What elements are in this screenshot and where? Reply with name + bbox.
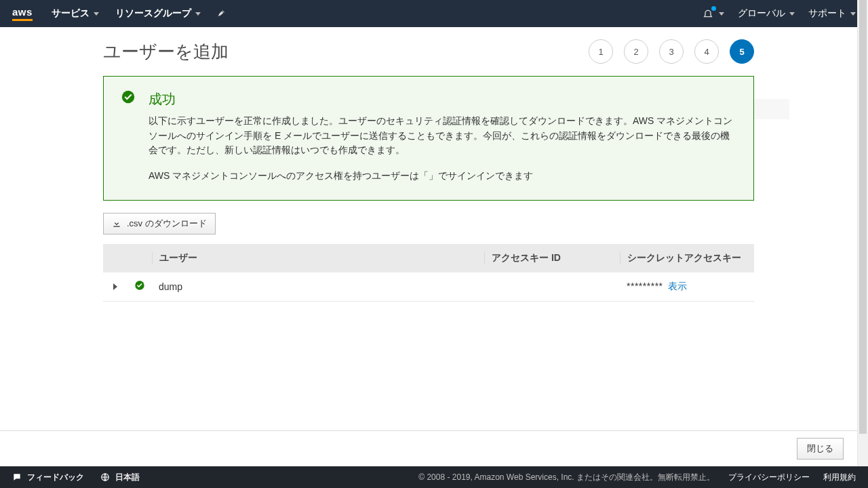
success-check-icon bbox=[121, 90, 135, 106]
speech-bubble-icon bbox=[12, 472, 22, 482]
nav-services[interactable]: サービス bbox=[52, 7, 99, 20]
support-dropdown[interactable]: サポート bbox=[808, 7, 856, 20]
nav-resource-groups[interactable]: リソースグループ bbox=[115, 7, 201, 20]
feedback-link[interactable]: フィードバック bbox=[12, 472, 84, 483]
region-label: グローバル bbox=[738, 7, 785, 20]
aws-logo[interactable]: aws bbox=[12, 6, 33, 21]
feedback-label: フィードバック bbox=[27, 472, 84, 483]
step-1[interactable]: 1 bbox=[589, 39, 613, 64]
col-access-key-id: アクセスキー ID bbox=[484, 252, 620, 264]
close-button[interactable]: 閉じる bbox=[797, 438, 844, 460]
caret-right-icon bbox=[113, 283, 117, 290]
success-title: 成功 bbox=[149, 90, 737, 108]
privacy-link[interactable]: プライバシーポリシー bbox=[728, 472, 810, 483]
success-body-2: AWS マネジメントコンソールへのアクセス権を持つユーザーは「」でサインインでき… bbox=[149, 169, 737, 184]
copyright: © 2008 - 2019, Amazon Web Services, Inc.… bbox=[418, 472, 715, 483]
download-icon bbox=[112, 219, 121, 228]
step-indicator: 1 2 3 4 5 bbox=[589, 39, 754, 64]
step-5[interactable]: 5 bbox=[730, 39, 754, 64]
language-selector[interactable]: 日本語 bbox=[100, 472, 140, 483]
row-user: dump bbox=[152, 281, 484, 292]
global-footer: フィードバック 日本語 © 2008 - 2019, Amazon Web Se… bbox=[0, 466, 868, 488]
show-secret-link[interactable]: 表示 bbox=[668, 281, 687, 291]
col-user: ユーザー bbox=[152, 252, 484, 264]
caret-down-icon bbox=[850, 12, 856, 16]
download-csv-button[interactable]: .csv のダウンロード bbox=[103, 213, 216, 235]
notifications[interactable] bbox=[703, 8, 724, 19]
row-status-icon bbox=[127, 280, 152, 293]
download-csv-label: .csv のダウンロード bbox=[127, 218, 207, 230]
language-label: 日本語 bbox=[115, 472, 140, 483]
row-secret-mask: ********* bbox=[627, 281, 663, 291]
table-row: dump ********* 表示 bbox=[103, 272, 754, 301]
global-header: aws サービス リソースグループ グローバル サポート bbox=[0, 0, 868, 27]
success-body-1: 以下に示すユーザーを正常に作成しました。ユーザーのセキュリティ認証情報を確認して… bbox=[149, 114, 737, 158]
notification-dot-icon bbox=[711, 6, 716, 11]
step-2[interactable]: 2 bbox=[624, 39, 648, 64]
caret-down-icon bbox=[789, 12, 795, 16]
scrollbar[interactable] bbox=[857, 0, 868, 466]
main-region: ユーザーを追加 1 2 3 4 5 成功 以下に示すユーザーを正常に作成しました… bbox=[0, 27, 857, 422]
nav-services-label: サービス bbox=[52, 7, 90, 20]
nav-resource-groups-label: リソースグループ bbox=[115, 7, 191, 20]
success-panel: 成功 以下に示すユーザーを正常に作成しました。ユーザーのセキュリティ認証情報を確… bbox=[103, 76, 754, 201]
support-label: サポート bbox=[808, 7, 846, 20]
step-4[interactable]: 4 bbox=[694, 39, 719, 64]
terms-link[interactable]: 利用規約 bbox=[823, 472, 856, 483]
page-title: ユーザーを追加 bbox=[103, 40, 229, 64]
caret-down-icon bbox=[94, 12, 99, 16]
expand-row[interactable] bbox=[103, 281, 127, 292]
caret-down-icon bbox=[719, 12, 724, 16]
pin-icon bbox=[217, 9, 226, 18]
nav-pin[interactable] bbox=[217, 9, 226, 18]
col-secret-key: シークレットアクセスキー bbox=[620, 252, 754, 264]
region-dropdown[interactable]: グローバル bbox=[738, 7, 795, 20]
caret-down-icon bbox=[195, 12, 201, 16]
action-bar: 閉じる bbox=[0, 430, 857, 466]
globe-icon bbox=[100, 472, 110, 482]
users-table: ユーザー アクセスキー ID シークレットアクセスキー bbox=[103, 244, 754, 302]
step-3[interactable]: 3 bbox=[659, 39, 684, 64]
scrollbar-thumb[interactable] bbox=[859, 0, 867, 434]
